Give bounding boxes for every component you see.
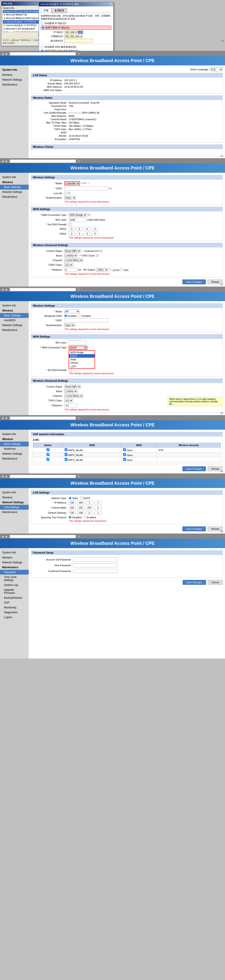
lan-sub-seg1[interactable] xyxy=(69,506,76,510)
sidebar-firmware-6[interactable]: Upgrade Firmware xyxy=(0,587,29,595)
broadcast-enabled2-radio[interactable] xyxy=(78,314,81,317)
vap-wan-check-2[interactable] xyxy=(123,453,126,456)
dns2-seg2[interactable] xyxy=(76,232,82,236)
wan-type-select-3[interactable]: DHCPWDS BridgeStaticPPPoEL2TP xyxy=(69,346,87,350)
sidebar-lan-5[interactable]: LAN Settings xyxy=(0,505,29,510)
back-icon-6[interactable]: ◀ xyxy=(2,535,3,538)
broadcast-enabled-radio[interactable] xyxy=(64,314,67,317)
sidebar-network-5[interactable]: Network Settings xyxy=(0,500,29,505)
sidebar-system-4[interactable]: System info xyxy=(0,431,29,437)
gw-seg1[interactable] xyxy=(69,511,76,515)
country-sel-3[interactable]: Brazil (BR) xyxy=(64,385,81,388)
rfoutput-sel-2[interactable]: 100%50%25%12.5% xyxy=(96,268,108,272)
reload-icon-3[interactable]: ↻ xyxy=(78,288,80,291)
back-icon-2[interactable]: ◀ xyxy=(2,160,3,162)
sidebar-autowds-3[interactable]: AutoWDS xyxy=(0,318,29,323)
url-bar-5[interactable]: 192.168.0.0.1/ap-login xyxy=(10,475,76,478)
mtu-input-2[interactable] xyxy=(69,218,86,222)
vap-ssid-check-1[interactable] xyxy=(65,448,68,451)
sidebar-network-4[interactable]: Network Settings xyxy=(0,451,29,456)
lan-ip-seg1[interactable] xyxy=(69,501,76,504)
language-select[interactable]: 中文 English xyxy=(210,68,223,71)
sidebar-maintenance-6[interactable]: Maintenance xyxy=(0,565,29,570)
new-pwd-input[interactable] xyxy=(73,563,117,567)
txrxchain-sel-2[interactable]: 1x12x2 xyxy=(64,263,73,267)
sidebar-maintenance-4[interactable]: Maintenance xyxy=(0,456,29,461)
stp-disabled-radio[interactable] xyxy=(69,516,71,519)
stp-enabled-radio[interactable] xyxy=(83,516,86,519)
vap-status-check-3[interactable] xyxy=(46,458,49,461)
confirm-pwd-input[interactable] xyxy=(73,569,117,573)
sidebar-basic-3[interactable]: Basic Settings xyxy=(0,313,29,318)
dns2-seg3[interactable] xyxy=(84,232,90,236)
channel-sel-2[interactable]: 2 (2417MHz) xyxy=(64,258,83,262)
forward-icon-4[interactable]: ▶ xyxy=(6,417,8,419)
band-select-2[interactable]: 2.4GHz5GHz xyxy=(64,254,78,258)
wan-option-l2tp[interactable]: L2TP xyxy=(69,365,95,368)
url-bar-3[interactable]: 192.168.0.1/ap-login xyxy=(10,288,76,291)
lan-sub-seg2[interactable] xyxy=(77,506,84,510)
vap-status-check-1[interactable] xyxy=(46,448,49,451)
mode-select-2[interactable]: ControllerAPStation xyxy=(64,181,80,185)
country-select-2[interactable]: Brazil (BR) xyxy=(64,249,81,253)
sidebar-grip-6[interactable]: GrIP xyxy=(0,600,29,605)
tab-alternate[interactable]: 备用配置 xyxy=(52,8,67,13)
vap-wan-check-3[interactable] xyxy=(123,458,126,461)
sidebar-maintenance-2[interactable]: Maintenance xyxy=(0,194,29,199)
url-bar-2[interactable]: 192.168.0.1/ap-login xyxy=(10,159,76,163)
forward-icon-3[interactable]: ▶ xyxy=(6,288,8,291)
sidebar-basic-settings-2[interactable]: Basic Settings xyxy=(0,185,29,189)
dns1-seg4[interactable] xyxy=(92,227,98,231)
manual-dns-radio[interactable] xyxy=(41,49,44,51)
reload-icon[interactable]: ↻ xyxy=(78,52,80,55)
gw-seg2[interactable] xyxy=(77,511,84,515)
sidebar-backup-6[interactable]: BackupRestore xyxy=(0,595,29,600)
manual-ip-radio[interactable] xyxy=(42,26,44,29)
wan-type-select-2[interactable]: WDS BridgeDHCPStatic xyxy=(69,213,87,217)
vap-ssid-check-2[interactable] xyxy=(65,453,68,456)
sidebar-network-6[interactable]: Network Settings xyxy=(0,560,29,565)
txrxchain-sel-3[interactable]: 1x1 xyxy=(64,399,73,402)
reload-icon-4[interactable]: ↻ xyxy=(78,417,80,419)
sidebar-item-maintenance-1[interactable]: Maintenance xyxy=(0,82,29,87)
url-bar-4[interactable]: 192.168.0.1/ap-login xyxy=(10,417,76,420)
sidebar-wireless-2[interactable]: Wireless xyxy=(0,180,29,185)
forward-icon-5[interactable]: ▶ xyxy=(6,475,8,477)
vap-status-check-2[interactable] xyxy=(46,453,49,456)
channel-sel-3[interactable]: 2 (2417MHz) xyxy=(64,394,83,398)
save-changes-btn-6[interactable]: Save Changes xyxy=(183,580,206,585)
dns1-seg1[interactable] xyxy=(69,227,75,231)
sidebar-wireless-3[interactable]: Wireless xyxy=(0,308,29,313)
lan-ip-seg3[interactable] xyxy=(86,501,93,504)
save-changes-btn-2[interactable]: Save Changes xyxy=(182,280,206,284)
gw-seg4[interactable] xyxy=(94,511,101,515)
rf-25-radio[interactable] xyxy=(120,268,123,271)
url-bar-6[interactable]: 192.168.0.0.1/ap-login xyxy=(10,535,76,538)
sidebar-network-2[interactable]: Network Settings xyxy=(0,189,29,194)
wan-option-dhcp[interactable]: DHCP xyxy=(69,354,95,358)
lan-sub-seg4[interactable] xyxy=(94,506,101,510)
back-icon-3[interactable]: ◀ xyxy=(2,288,3,291)
ssid-input-3[interactable] xyxy=(64,318,108,322)
sidebar-monitoring-6[interactable]: Monitoring xyxy=(0,605,29,610)
sidebar-system-3[interactable]: System info xyxy=(0,303,29,308)
sidebar-password-6[interactable]: Password xyxy=(0,570,29,574)
dns1-seg2[interactable] xyxy=(76,227,82,231)
static-radio[interactable] xyxy=(69,496,71,500)
mtu-input-3[interactable] xyxy=(69,340,86,345)
distance-input-3[interactable] xyxy=(64,403,78,407)
lan-ip-seg2[interactable] xyxy=(77,501,84,504)
sidebar-basic-4[interactable]: Basic Settings xyxy=(0,442,29,447)
sidebar-system-5[interactable]: System info xyxy=(0,490,29,495)
back-icon-4[interactable]: ◀ xyxy=(2,417,3,419)
reload-icon-6[interactable]: ↻ xyxy=(78,535,80,538)
sidebar-wireless-4[interactable]: Wireless xyxy=(0,437,29,442)
sidebar-item-system-info[interactable]: System info xyxy=(0,67,29,72)
vap-ssid-check-3[interactable] xyxy=(65,458,68,461)
sidebar-wireless-5[interactable]: Wireless xyxy=(0,495,29,500)
auto-ip-radio[interactable] xyxy=(41,22,44,25)
wan-option-wds[interactable]: WDS Bridge xyxy=(69,351,95,354)
mode-select-3[interactable]: APController xyxy=(64,310,80,313)
ip-dialog-close-icon[interactable]: ✕ xyxy=(110,3,112,6)
dns2-seg1[interactable] xyxy=(69,232,75,236)
